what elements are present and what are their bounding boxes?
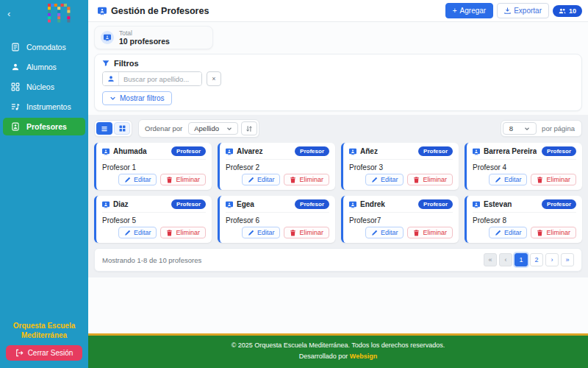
sidebar-nav: Comodatos Alumnos Núcleos Instrumentos P…	[0, 38, 88, 135]
professor-name: Ahumada	[113, 147, 147, 155]
edit-button[interactable]: Editar	[118, 227, 157, 238]
trash-icon	[166, 177, 173, 183]
professor-name: Añez	[360, 147, 378, 155]
pencil-icon	[124, 230, 131, 236]
grid-icon	[11, 82, 20, 91]
org-name: Orquesta Escuela Mediterránea	[0, 322, 88, 340]
logout-button[interactable]: Cerrar Sesión	[6, 345, 82, 361]
next-page-button[interactable]: ›	[545, 253, 559, 266]
collapse-sidebar-icon[interactable]: ‹	[7, 9, 10, 18]
delete-button[interactable]: Eliminar	[531, 227, 576, 238]
trash-icon	[413, 230, 420, 236]
role-badge: Profesor	[418, 199, 453, 209]
professor-name: Egea	[237, 200, 254, 208]
person-badge-icon	[11, 122, 20, 131]
delete-button[interactable]: Eliminar	[284, 227, 329, 238]
edit-button[interactable]: Editar	[365, 174, 404, 185]
sidebar-item-comodatos[interactable]: Comodatos	[3, 38, 85, 56]
edit-button[interactable]: Editar	[489, 227, 528, 238]
trash-icon	[537, 177, 543, 183]
filters-panel: Filtros × Mostrar filtros	[94, 54, 582, 111]
person-icon	[103, 72, 119, 85]
first-page-button[interactable]: «	[484, 253, 497, 266]
chevron-down-icon	[524, 126, 530, 132]
pagination-summary: Mostrando 1-8 de 10 profesores	[102, 256, 201, 264]
role-badge: Profesor	[418, 146, 453, 156]
people-icon	[559, 7, 566, 15]
board-person-icon	[226, 201, 233, 208]
role-badge: Profesor	[542, 199, 576, 209]
logout-label: Cerrar Sesión	[28, 349, 74, 357]
delete-button[interactable]: Eliminar	[160, 174, 206, 185]
professor-card: Egea Profesor Profesor 6 Editar Eliminar	[218, 196, 335, 243]
professor-card: Añez Profesor Profesor 3 Editar Eliminar	[341, 143, 459, 190]
professor-detail: Profesor 2	[226, 160, 329, 174]
sort-direction-button[interactable]	[241, 121, 257, 135]
delete-button[interactable]: Eliminar	[407, 227, 453, 238]
page-1-button[interactable]: 1	[514, 253, 528, 266]
delete-button[interactable]: Eliminar	[160, 227, 206, 238]
footer: © 2025 Orquesta Escuela Mediterránea. To…	[88, 333, 588, 368]
list-section: Ordenar por Apellido 8 por página	[88, 115, 588, 277]
edit-button[interactable]: Editar	[242, 227, 281, 238]
professor-detail: Profesor 6	[226, 213, 329, 227]
professor-detail: Profesor 5	[102, 213, 206, 227]
page-2-button[interactable]: 2	[530, 253, 543, 266]
logout-icon	[15, 349, 24, 357]
edit-button[interactable]: Editar	[365, 227, 404, 238]
professor-card: Barrera Pereira Profesor Profesor 4 Edit…	[465, 143, 582, 190]
role-badge: Profesor	[295, 146, 329, 156]
chevron-down-icon	[110, 95, 116, 102]
sidebar-item-instrumentos[interactable]: Instrumentos	[3, 98, 85, 116]
sort-field-select[interactable]: Apellido	[188, 122, 238, 135]
edit-button[interactable]: Editar	[242, 174, 281, 185]
download-icon	[504, 7, 511, 14]
clear-search-button[interactable]: ×	[207, 71, 221, 86]
sort-controls: Ordenar por Apellido	[138, 119, 259, 138]
delete-button[interactable]: Eliminar	[531, 174, 576, 185]
sidebar-item-label: Núcleos	[26, 82, 54, 91]
total-label: Total	[119, 29, 170, 37]
delete-button[interactable]: Eliminar	[407, 174, 453, 185]
show-filters-button[interactable]: Mostrar filtros	[102, 91, 172, 105]
board-person-icon	[101, 31, 114, 44]
funnel-icon	[102, 60, 110, 67]
pencil-icon	[124, 177, 131, 183]
professors-grid: Ahumada Profesor Profesor 1 Editar Elimi…	[94, 143, 582, 243]
edit-button[interactable]: Editar	[489, 174, 528, 185]
add-button[interactable]: + Agregar	[445, 3, 493, 18]
board-person-icon	[473, 201, 480, 208]
search-row: ×	[102, 71, 574, 86]
board-person-icon	[226, 148, 233, 155]
prev-page-button[interactable]: ‹	[499, 253, 512, 266]
stats-row: Total 10 profesores	[88, 22, 588, 52]
professor-detail: Profesor 8	[473, 213, 576, 227]
export-button[interactable]: Exportar	[497, 3, 549, 18]
board-person-icon	[473, 148, 480, 155]
role-badge: Profesor	[171, 199, 206, 209]
trash-icon	[290, 177, 296, 183]
last-page-button[interactable]: »	[561, 253, 574, 266]
grid-view-toggle[interactable]	[114, 122, 130, 135]
delete-button[interactable]: Eliminar	[284, 174, 329, 185]
search-input[interactable]	[119, 72, 201, 85]
professor-name: Alvarez	[237, 147, 263, 155]
sidebar-item-label: Profesores	[26, 122, 67, 131]
list-toolbar: Ordenar por Apellido 8 por página	[94, 119, 582, 138]
professor-name: Endrek	[360, 200, 385, 208]
pencil-icon	[248, 177, 254, 183]
trash-icon	[290, 230, 296, 236]
journal-icon	[11, 43, 20, 52]
role-badge: Profesor	[542, 146, 576, 156]
developer-link[interactable]: Websign	[350, 353, 377, 360]
search-input-group	[102, 71, 202, 86]
board-person-icon	[102, 148, 110, 155]
edit-button[interactable]: Editar	[118, 174, 157, 185]
list-view-toggle[interactable]	[96, 122, 112, 135]
sidebar-item-alumnos[interactable]: Alumnos	[3, 58, 85, 76]
sidebar-item-nucleos[interactable]: Núcleos	[3, 78, 85, 96]
sidebar-item-profesores[interactable]: Profesores	[3, 118, 85, 135]
sidebar-header: ‹	[0, 0, 88, 26]
sidebar: ‹ Comodatos Alumnos	[0, 0, 88, 368]
page-size-select[interactable]: 8	[503, 122, 537, 135]
